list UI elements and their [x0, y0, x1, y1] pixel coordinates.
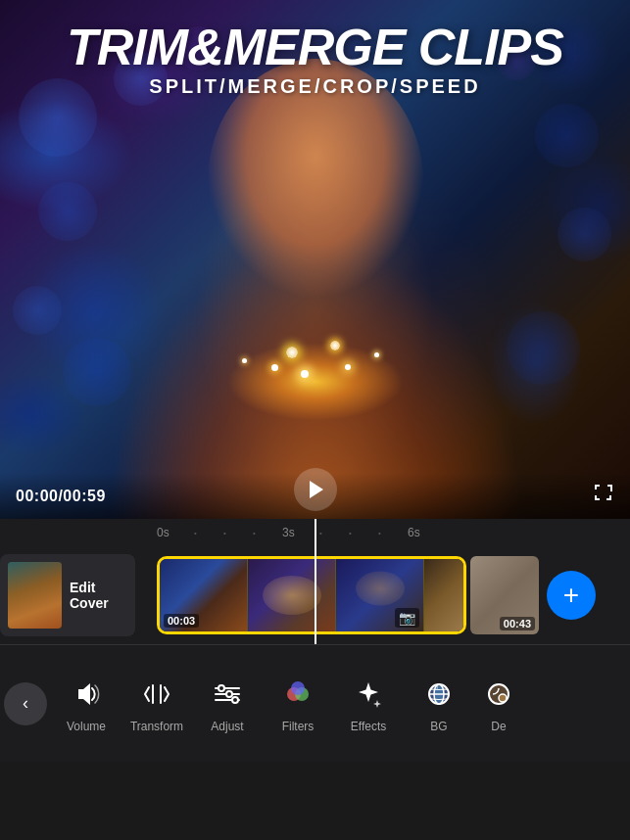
filters-label: Filters — [282, 720, 315, 733]
edit-cover-label: Edit Cover — [70, 580, 127, 611]
timeline-area: 0s • • • 3s • • • 6s Edit Cover 00:03 — [0, 519, 630, 644]
clip-time-1: 00:03 — [164, 614, 199, 628]
effects-label: Effects — [351, 720, 386, 733]
clip-thumb-4 — [424, 559, 463, 631]
ruler-dot-2: • — [223, 529, 226, 537]
svg-point-7 — [232, 697, 238, 703]
play-button[interactable] — [294, 468, 337, 511]
toolbar-item-effects[interactable]: Effects — [333, 667, 404, 741]
clip-thumb-2 — [248, 559, 336, 631]
adjust-icon — [208, 675, 247, 714]
clip-thumb-3: 📷 — [336, 559, 424, 631]
bg-label: BG — [430, 720, 447, 733]
clip-thumb-1: 00:03 — [160, 559, 248, 631]
time-display: 00:00/00:59 — [16, 488, 106, 505]
clip-track-container: Edit Cover 00:03 — [0, 546, 630, 644]
cover-thumbnail — [8, 562, 62, 629]
timeline-ruler: 0s • • • 3s • • • 6s — [0, 519, 630, 546]
ruler-0s: 0s — [157, 526, 170, 539]
transform-label: Transform — [130, 720, 183, 733]
edit-cover-panel[interactable]: Edit Cover — [0, 554, 135, 636]
toolbar-item-filters[interactable]: Filters — [263, 667, 333, 741]
ruler-dot-6: • — [378, 529, 381, 537]
svg-point-15 — [499, 694, 507, 702]
toolbar-item-transform[interactable]: Transform — [121, 667, 192, 741]
effects-icon — [349, 675, 388, 714]
ruler-dot-3: • — [253, 529, 256, 537]
toolbar-item-de[interactable]: De — [474, 667, 523, 741]
main-title: TRIM&MERGE CLIPS — [0, 20, 630, 75]
fullscreen-button[interactable] — [593, 483, 614, 509]
camera-icon: 📷 — [395, 608, 419, 628]
title-overlay: TRIM&MERGE CLIPS SPLIT/MERGE/CROP/SPEED — [0, 20, 630, 98]
back-button[interactable]: ‹ — [4, 682, 47, 725]
add-clip-button[interactable]: + — [547, 571, 596, 620]
back-chevron-icon: ‹ — [23, 693, 28, 714]
filters-icon — [278, 675, 317, 714]
transform-icon — [137, 675, 176, 714]
de-label: De — [491, 720, 506, 733]
toolbar-items: Volume Transform — [51, 667, 626, 741]
clip-extra-time: 00:43 — [500, 617, 535, 630]
de-icon — [479, 675, 518, 714]
play-icon — [310, 481, 323, 498]
ruler-dot-5: • — [349, 529, 352, 537]
bottom-toolbar: ‹ Volume Trans — [0, 644, 630, 762]
svg-point-5 — [218, 685, 224, 691]
adjust-label: Adjust — [211, 720, 243, 733]
svg-rect-1 — [160, 684, 162, 704]
add-icon: + — [563, 582, 579, 609]
volume-label: Volume — [67, 720, 106, 733]
ruler-dot-4: • — [319, 529, 322, 537]
fullscreen-icon — [593, 483, 614, 504]
svg-point-6 — [226, 691, 232, 697]
svg-point-10 — [291, 681, 305, 695]
clip-extra-thumb: 00:43 — [470, 556, 539, 634]
ruler-3s: 3s — [282, 526, 295, 539]
video-preview: TRIM&MERGE CLIPS SPLIT/MERGE/CROP/SPEED … — [0, 0, 630, 519]
bg-icon — [419, 675, 459, 714]
video-controls: 00:00/00:59 — [0, 473, 630, 519]
playhead-ruler — [315, 519, 316, 546]
ruler-dot-1: • — [194, 529, 197, 537]
sub-title: SPLIT/MERGE/CROP/SPEED — [0, 75, 630, 98]
ruler-6s: 6s — [408, 526, 420, 539]
clip-extra[interactable]: 00:43 — [470, 556, 539, 634]
svg-rect-0 — [152, 684, 154, 704]
clip-strip[interactable]: 00:03 📷 — [157, 556, 466, 634]
toolbar-item-bg[interactable]: BG — [404, 667, 474, 741]
toolbar-item-adjust[interactable]: Adjust — [192, 667, 263, 741]
volume-icon — [67, 675, 106, 714]
toolbar-item-volume[interactable]: Volume — [51, 667, 121, 741]
